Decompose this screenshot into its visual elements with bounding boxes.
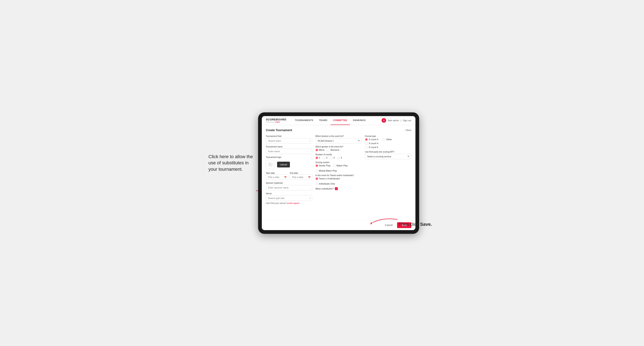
page-title: Create Tournament xyxy=(266,129,292,132)
nav-items: TOURNAMENTS TEAMS COMMITTEE RANKINGS xyxy=(292,116,382,125)
scoring-match-label: Match Play xyxy=(336,164,348,167)
rounds-2-label: 2 xyxy=(326,157,328,159)
format-other-option[interactable]: Other xyxy=(382,138,392,141)
event-teams-label: Teams (+Individuals) xyxy=(319,177,340,180)
nav-item-rankings[interactable]: RANKINGS xyxy=(350,116,368,125)
form-layout: Tournament Host ▾ Tournament name Tourna xyxy=(266,135,411,204)
division-select[interactable]: NCAA Division I xyxy=(316,138,362,144)
gender-mens-option[interactable]: Mens xyxy=(316,149,324,151)
rounds-group: Number of rounds 1 2 xyxy=(316,154,362,159)
substitutes-checkbox[interactable]: ✓ xyxy=(335,187,338,190)
calendar-icon-start: 📅 xyxy=(284,176,286,178)
calendar-icon-end: 📅 xyxy=(308,176,310,178)
nav-right: B blair admin | Sign out xyxy=(382,118,411,123)
format-6count4-radio xyxy=(365,142,368,145)
scoring-medal-radio xyxy=(316,170,318,172)
format-label: Format type xyxy=(365,135,411,137)
tournament-host-input[interactable] xyxy=(266,138,312,144)
gender-womens-radio xyxy=(327,149,330,151)
tournament-logo-label: Tournament logo xyxy=(266,156,312,158)
sponsor-input[interactable] xyxy=(266,185,312,190)
format-6count4-option[interactable]: 6 count 4 xyxy=(365,142,411,145)
rounds-4-option[interactable]: 4 xyxy=(337,157,342,159)
rounds-1-radio xyxy=(316,157,318,159)
rounds-4-label: 4 xyxy=(341,157,342,159)
upload-button[interactable]: Upload xyxy=(277,162,290,168)
gender-mens-label: Mens xyxy=(319,149,324,151)
nav-item-teams[interactable]: TEAMS xyxy=(316,116,330,125)
scoring-service-input-wrap: Select a scoring service xyxy=(365,154,411,159)
scoring-service-label: Use third-party live scoring API? xyxy=(365,151,411,153)
nav-item-tournaments[interactable]: TOURNAMENTS xyxy=(292,116,316,125)
rounds-1-label: 1 xyxy=(319,157,320,159)
format-other-label: Other xyxy=(386,138,392,141)
svg-point-2 xyxy=(270,164,270,164)
gender-radio-group: Mens Womens xyxy=(316,149,362,151)
email-support-link[interactable]: email support xyxy=(287,202,300,204)
gender-group: Which gender is the event for? Mens xyxy=(316,146,362,151)
format-5count4-radio xyxy=(365,138,368,141)
scoring-match-option[interactable]: Match Play xyxy=(333,164,348,167)
date-row: Start date 📅 End date xyxy=(266,171,312,180)
end-date-input-wrap: 📅 xyxy=(290,174,312,180)
format-6count5-label: 6 count 5 xyxy=(369,146,378,149)
rounds-2-option[interactable]: 2 xyxy=(323,157,328,159)
format-other-radio xyxy=(382,138,385,141)
venue-input-wrap: ▾ xyxy=(266,195,312,201)
form-footer: Cancel Save xyxy=(262,220,416,230)
format-5count4-label: 5 count 4 xyxy=(369,138,378,141)
rounds-3-label: 3 xyxy=(334,157,335,159)
event-type-group: Is this event for Teams and/or Individua… xyxy=(316,174,362,185)
venue-input[interactable] xyxy=(266,195,312,201)
scoring-service-select[interactable]: Select a scoring service xyxy=(365,154,411,159)
format-6count5-option[interactable]: 6 count 5 xyxy=(365,146,411,149)
division-select-wrap: NCAA Division I xyxy=(316,138,362,144)
svg-rect-1 xyxy=(269,163,272,166)
tournament-name-input[interactable] xyxy=(266,149,312,154)
format-6count4-label: 6 count 4 xyxy=(369,142,378,145)
event-teams-option[interactable]: Teams (+Individuals) xyxy=(316,177,340,180)
event-individuals-label: Individuals Only xyxy=(319,182,335,185)
rounds-3-radio xyxy=(330,157,333,159)
scoring-label: Scoring system xyxy=(316,161,362,164)
venue-dropdown-icon: ▾ xyxy=(310,197,310,199)
back-link[interactable]: Back xyxy=(405,129,411,131)
format-5count4-option[interactable]: 5 count 4 xyxy=(365,138,378,141)
rounds-label: Number of rounds xyxy=(316,154,362,156)
tournament-name-group: Tournament name xyxy=(266,146,312,154)
nav-item-committee[interactable]: COMMITTEE xyxy=(330,116,350,125)
tournament-name-label: Tournament name xyxy=(266,146,312,148)
logo-scoreboard: SCOREBOARD xyxy=(266,118,286,121)
tablet-frame: SCOREBOARD Powered by clippd TOURNAMENTS… xyxy=(258,112,419,234)
rounds-4-radio xyxy=(337,157,340,159)
scoring-stroke-radio xyxy=(316,164,318,167)
gender-mens-radio xyxy=(316,149,318,151)
format-group: Format type 5 count 4 xyxy=(365,135,411,149)
logo-area: SCOREBOARD Powered by clippd xyxy=(266,118,286,123)
event-teams-radio xyxy=(316,177,318,180)
format-options: 5 count 4 Other 6 count 4 xyxy=(365,138,411,149)
venue-help: Can't find your venue? email support xyxy=(266,202,312,204)
start-date-input-wrap: 📅 xyxy=(266,174,288,180)
cancel-button[interactable]: Cancel xyxy=(382,222,395,228)
annotation-right: Then click Save. xyxy=(398,221,440,228)
rounds-3-option[interactable]: 3 xyxy=(330,157,335,159)
image-icon xyxy=(268,163,272,167)
gender-womens-option[interactable]: Womens xyxy=(327,149,339,151)
sign-out-link[interactable]: Sign out xyxy=(403,119,411,122)
event-individuals-option[interactable]: Individuals Only xyxy=(316,182,335,185)
rounds-1-option[interactable]: 1 xyxy=(316,157,320,159)
event-individuals-radio xyxy=(316,182,318,185)
event-type-radio-group: Teams (+Individuals) Individuals Only xyxy=(316,177,362,185)
division-group: Which division is the event for? NCAA Di… xyxy=(316,135,362,144)
start-date-group: Start date 📅 xyxy=(266,171,288,180)
user-avatar: B xyxy=(382,118,386,123)
scoring-stroke-option[interactable]: Stroke Play xyxy=(316,164,330,167)
scoring-medal-option[interactable]: Medal Match Play xyxy=(316,170,337,172)
dropdown-icon: ▾ xyxy=(310,140,310,142)
page-header: Create Tournament Back xyxy=(266,129,411,132)
scoring-service-group: Use third-party live scoring API? Select… xyxy=(365,151,411,159)
tournament-logo-group: Tournament logo Upload xyxy=(266,156,312,169)
scoring-group: Scoring system Stroke Play xyxy=(316,161,362,172)
tablet-screen: SCOREBOARD Powered by clippd TOURNAMENTS… xyxy=(262,116,416,230)
